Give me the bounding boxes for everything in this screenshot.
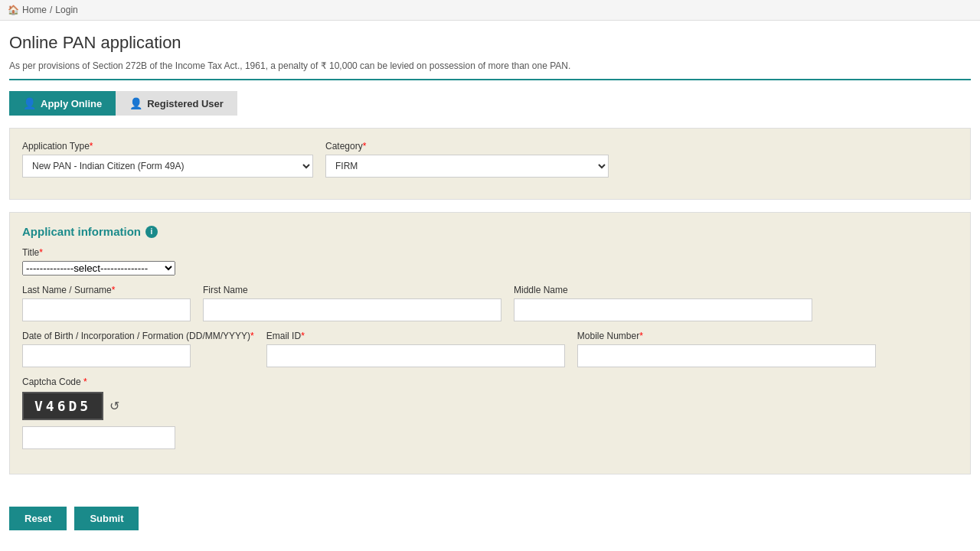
application-type-group: Application Type* New PAN - Indian Citiz…: [22, 141, 313, 178]
first-name-input[interactable]: [203, 298, 501, 321]
title-select[interactable]: --------------select-------------- Shri …: [22, 261, 175, 276]
dob-input[interactable]: [22, 344, 191, 367]
mobile-group: Mobile Number*: [577, 331, 876, 367]
breadcrumb-current: Login: [55, 5, 77, 15]
first-name-group: First Name: [203, 285, 501, 321]
main-content: Online PAN application As per provisions…: [0, 21, 980, 499]
category-group: Category* FIRM Individual HUF Company Tr…: [325, 141, 609, 178]
app-type-category-row: Application Type* New PAN - Indian Citiz…: [22, 141, 958, 178]
captcha-box: V46D5 ↺: [22, 392, 958, 420]
breadcrumb-home[interactable]: Home: [22, 5, 47, 15]
last-name-input[interactable]: [22, 298, 191, 321]
last-name-group: Last Name / Surname*: [22, 285, 191, 321]
page-title: Online PAN application: [9, 33, 971, 53]
dob-email-mobile-row: Date of Birth / Incorporation / Formatio…: [22, 331, 958, 367]
dob-label: Date of Birth / Incorporation / Formatio…: [22, 331, 254, 341]
button-bar: Reset Submit: [0, 499, 980, 538]
middle-name-label: Middle Name: [514, 285, 812, 295]
tab-apply-online-label: Apply Online: [41, 98, 102, 109]
middle-name-input[interactable]: [514, 298, 812, 321]
captcha-input[interactable]: [22, 426, 175, 449]
breadcrumb-separator: /: [50, 5, 52, 15]
breadcrumb: 🏠 Home / Login: [0, 0, 980, 21]
title-label: Title*: [22, 247, 958, 258]
home-icon: 🏠: [8, 5, 19, 15]
email-label: Email ID*: [266, 331, 565, 341]
registered-user-icon: 👤: [129, 97, 142, 109]
reset-button[interactable]: Reset: [9, 507, 67, 530]
submit-button[interactable]: Submit: [74, 507, 139, 530]
email-group: Email ID*: [266, 331, 565, 367]
mobile-label: Mobile Number*: [577, 331, 876, 341]
application-type-select[interactable]: New PAN - Indian Citizen (Form 49A) New …: [22, 155, 313, 178]
category-select[interactable]: FIRM Individual HUF Company Trust AOP/BO…: [325, 155, 609, 178]
application-type-label: Application Type*: [22, 141, 313, 152]
applicant-title-text: Applicant information: [22, 225, 141, 238]
captcha-refresh-icon[interactable]: ↺: [109, 399, 119, 413]
title-field-group: Title* --------------select-------------…: [22, 247, 958, 276]
apply-online-icon: 👤: [23, 97, 36, 109]
dob-group: Date of Birth / Incorporation / Formatio…: [22, 331, 254, 367]
application-form-section: Application Type* New PAN - Indian Citiz…: [9, 128, 971, 200]
tab-registered-user-label: Registered User: [147, 98, 224, 109]
last-name-label: Last Name / Surname*: [22, 285, 191, 295]
captcha-image: V46D5: [22, 392, 103, 420]
first-name-label: First Name: [203, 285, 501, 295]
category-label: Category*: [325, 141, 609, 152]
name-row: Last Name / Surname* First Name Middle N…: [22, 285, 958, 321]
tab-bar: 👤 Apply Online 👤 Registered User: [9, 91, 971, 116]
notice-text: As per provisions of Section 272B of the…: [9, 60, 971, 71]
tab-registered-user[interactable]: 👤 Registered User: [116, 91, 237, 116]
captcha-section: Captcha Code * V46D5 ↺: [22, 377, 958, 449]
middle-name-group: Middle Name: [514, 285, 812, 321]
tab-apply-online[interactable]: 👤 Apply Online: [9, 91, 116, 116]
applicant-section-title: Applicant information i: [22, 225, 958, 238]
divider: [9, 79, 971, 80]
captcha-label: Captcha Code *: [22, 377, 958, 387]
info-icon[interactable]: i: [145, 226, 158, 238]
applicant-section: Applicant information i Title* ---------…: [9, 212, 971, 474]
email-input[interactable]: [266, 344, 565, 367]
mobile-input[interactable]: [577, 344, 876, 367]
